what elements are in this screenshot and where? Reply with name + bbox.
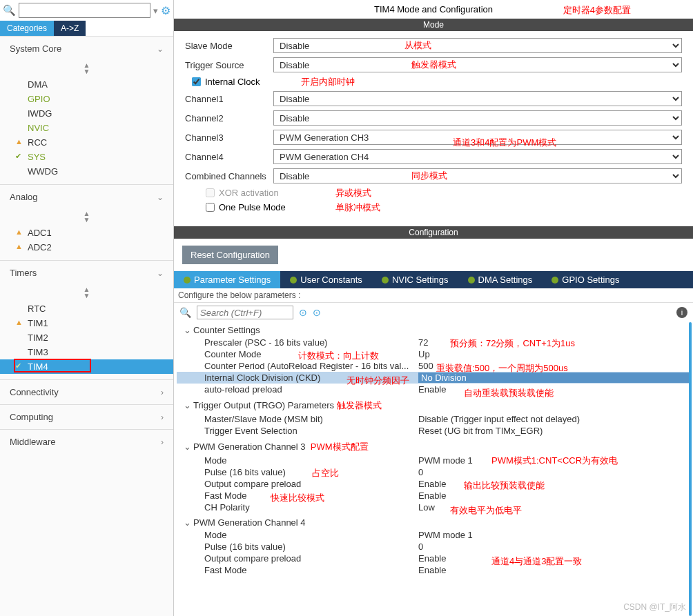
sidebar-item-adc2[interactable]: ▲ADC2 (0, 240, 173, 255)
select-trigger-source[interactable]: Disable (273, 57, 682, 72)
param-msm[interactable]: Master/Slave Mode (MSM bit)Disable (Trig… (177, 413, 690, 425)
sidebar-item-tim3[interactable]: TIM3 (0, 345, 173, 359)
tab-user-constants[interactable]: User Constants (280, 271, 372, 288)
param-ch4-fast[interactable]: Fast ModeEnable (177, 564, 690, 576)
sidebar-item-gpio[interactable]: GPIO (0, 92, 173, 106)
label-xor: XOR activation (219, 188, 279, 198)
select-channel2[interactable]: Disable (273, 110, 682, 126)
sidebar-item-adc1[interactable]: ▲ADC1 (0, 226, 173, 240)
tab-gpio-settings[interactable]: GPIO Settings (542, 271, 629, 288)
label-one-pulse: One Pulse Mode (219, 202, 286, 212)
cat-label: Analog (10, 192, 37, 202)
tab-nvic-settings[interactable]: NVIC Settings (372, 271, 458, 288)
sidebar-item-iwdg[interactable]: IWDG (0, 106, 173, 121)
select-channel4[interactable]: PWM Generation CH4 (273, 149, 682, 164)
chevron-right-icon: › (161, 388, 164, 397)
nav-prev-icon[interactable]: ⊙ (299, 307, 307, 318)
cat-label: Connectivity (10, 387, 59, 397)
main-panel: TIM4 Mode and Configuration 定时器4参数配置 Mod… (174, 0, 693, 616)
param-ch4-preload[interactable]: Output compare preloadEnable (177, 553, 690, 564)
param-ch4-pulse[interactable]: Pulse (16 bits value)0 (177, 541, 690, 553)
sidebar-search-input[interactable] (19, 3, 150, 18)
sidebar-item-sys[interactable]: ✔SYS (0, 150, 173, 164)
sidebar-item-tim4[interactable]: ✔TIM4 (0, 359, 173, 374)
label-channel3: Channel3 (185, 132, 273, 143)
param-clock-division[interactable]: Internal Clock Division (CKD)No Division (177, 372, 690, 384)
check-icon: ✔ (15, 361, 21, 370)
param-ch3-pulse[interactable]: Pulse (16 bits value)0 (177, 466, 690, 478)
annotation: 触发器模式 (337, 400, 382, 410)
select-combined-channels[interactable]: Disable (273, 168, 682, 183)
sort-icon[interactable]: ▲▼ (0, 61, 173, 76)
sidebar-item-tim2[interactable]: TIM2 (0, 330, 173, 345)
info-icon[interactable]: i (676, 307, 687, 318)
config-subtitle: Configure the below parameters : (174, 288, 693, 303)
cat-connectivity[interactable]: Connectivity› (0, 380, 173, 404)
annotation: 自动重装载预装载使能 (464, 387, 554, 399)
checkbox-one-pulse[interactable] (206, 203, 215, 212)
sort-icon[interactable]: ▲▼ (0, 209, 173, 224)
checkbox-internal-clock[interactable] (192, 77, 201, 86)
cat-analog[interactable]: Analog⌄ (0, 185, 173, 209)
cat-label: Computing (10, 412, 53, 422)
warn-icon: ▲ (15, 228, 23, 236)
param-search-input[interactable] (197, 306, 293, 319)
sidebar-search-row: 🔍 ▾ ⚙ (0, 0, 173, 21)
param-auto-reload[interactable]: auto-reload preloadEnable (177, 384, 690, 395)
cat-computing[interactable]: Computing› (0, 405, 173, 429)
search-icon: 🔍 (3, 4, 16, 17)
sidebar-item-rtc[interactable]: RTC (0, 301, 173, 316)
label-combined-channels: Combined Channels (185, 171, 273, 181)
sidebar-item-dma[interactable]: DMA (0, 77, 173, 92)
select-channel1[interactable]: Disable (273, 91, 682, 106)
label-channel1: Channel1 (185, 94, 273, 104)
group-counter-settings[interactable]: Counter Settings (177, 324, 690, 337)
chevron-down-icon: ⌄ (157, 268, 164, 278)
nav-next-icon[interactable]: ⊙ (313, 307, 321, 318)
tab-az[interactable]: A->Z (54, 21, 86, 36)
cat-system-core[interactable]: System Core⌄ (0, 37, 173, 61)
status-dot-icon (290, 277, 297, 284)
tab-dma-settings[interactable]: DMA Settings (458, 271, 543, 288)
sidebar-item-nvic[interactable]: NVIC (0, 121, 173, 135)
param-ch3-polarity[interactable]: CH PolarityLow (177, 501, 690, 513)
sidebar: 🔍 ▾ ⚙ Categories A->Z System Core⌄ ▲▼ DM… (0, 0, 174, 616)
chevron-right-icon: › (161, 437, 164, 447)
status-dot-icon (468, 277, 475, 284)
param-ch3-preload[interactable]: Output compare preloadEnable (177, 478, 690, 490)
sidebar-item-tim1[interactable]: ▲TIM1 (0, 316, 173, 330)
annotation: 通道4与通道3配置一致 (491, 555, 582, 568)
annotation: PWM模式配置 (311, 441, 369, 452)
reset-configuration-button[interactable]: Reset Configuration (182, 246, 278, 264)
config-header: Configuration (174, 226, 693, 239)
select-slave-mode[interactable]: Disable (273, 38, 682, 53)
param-prescaler[interactable]: Prescaler (PSC - 16 bits value)72 (177, 337, 690, 348)
annotation: 同步模式 (411, 170, 447, 182)
page-title: TIM4 Mode and Configuration (374, 4, 493, 14)
cat-label: Middleware (10, 437, 55, 447)
param-trigger-event[interactable]: Trigger Event SelectionReset (UG bit fro… (177, 425, 690, 437)
cat-middleware[interactable]: Middleware› (0, 430, 173, 454)
param-ch4-mode[interactable]: ModePWM mode 1 (177, 529, 690, 541)
tab-categories[interactable]: Categories (0, 21, 54, 36)
chevron-down-icon: ⌄ (157, 192, 164, 202)
group-trgo[interactable]: Trigger Output (TRGO) Parameters 触发器模式 (177, 398, 690, 413)
param-ch3-fast[interactable]: Fast ModeEnable (177, 490, 690, 501)
scrollbar[interactable] (689, 322, 692, 616)
mode-header: Mode (174, 19, 693, 31)
label-slave-mode: Slave Mode (185, 41, 273, 51)
sidebar-item-rcc[interactable]: ▲RCC (0, 135, 173, 150)
param-counter-mode[interactable]: Counter ModeUp (177, 348, 690, 360)
annotation: 无时钟分频因子 (346, 375, 409, 387)
cat-label: Timers (10, 268, 37, 278)
group-pwm-ch4[interactable]: PWM Generation Channel 4 (177, 516, 690, 529)
tab-parameter-settings[interactable]: Parameter Settings (174, 271, 280, 288)
group-pwm-ch3[interactable]: PWM Generation Channel 3 PWM模式配置 (177, 439, 690, 455)
config-tabs: Parameter Settings User Constants NVIC S… (174, 271, 693, 288)
param-counter-period[interactable]: Counter Period (AutoReload Register - 16… (177, 360, 690, 372)
annotation: 从模式 (404, 39, 431, 52)
cat-timers[interactable]: Timers⌄ (0, 261, 173, 285)
gear-icon[interactable]: ⚙ (161, 4, 170, 17)
sidebar-item-wwdg[interactable]: WWDG (0, 164, 173, 179)
sort-icon[interactable]: ▲▼ (0, 285, 173, 300)
